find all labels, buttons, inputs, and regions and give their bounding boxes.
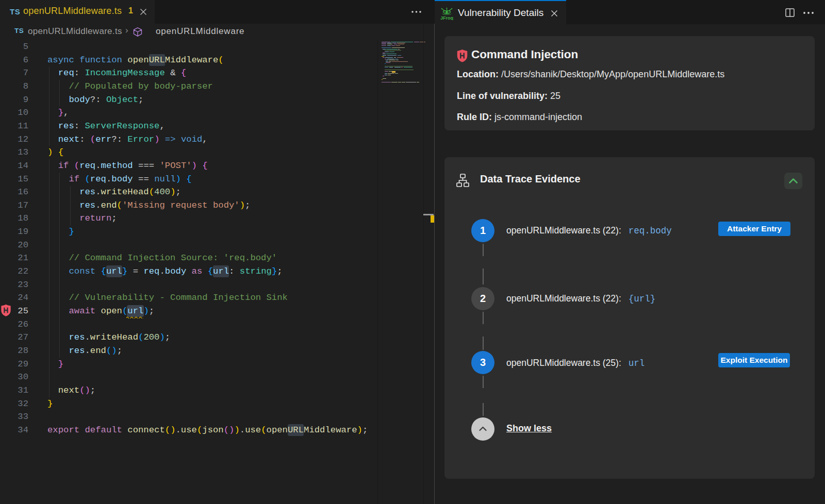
svg-text:JFrog: JFrog (440, 15, 453, 21)
